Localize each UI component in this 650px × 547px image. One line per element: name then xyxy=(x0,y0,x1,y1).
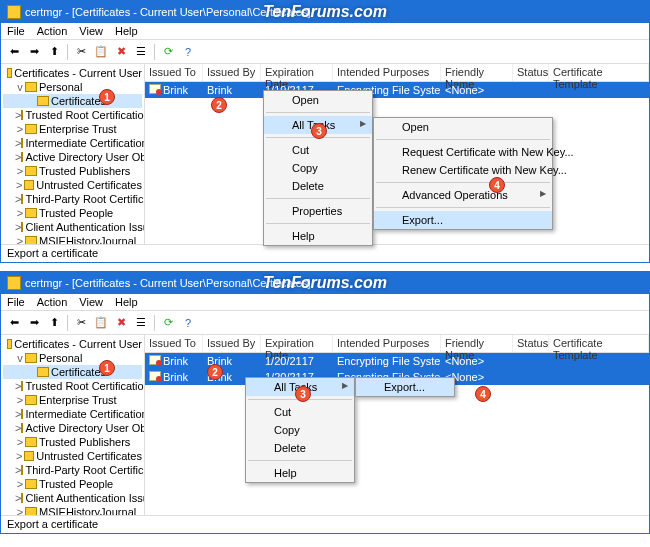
tree-pane[interactable]: Certificates - Current UservPersonalCert… xyxy=(1,64,145,244)
menu-item[interactable]: Help xyxy=(246,464,354,482)
column-header[interactable]: Intended Purposes xyxy=(333,64,441,81)
menu-item[interactable]: Cut xyxy=(246,403,354,421)
tree-item[interactable]: >Third-Party Root Certification Authorit… xyxy=(3,463,142,477)
cut-icon[interactable]: ✂ xyxy=(72,314,90,332)
menu-item[interactable]: Properties xyxy=(264,202,372,220)
folder-icon xyxy=(25,124,37,134)
tree-item[interactable]: vPersonal xyxy=(3,351,142,365)
folder-icon xyxy=(25,479,37,489)
tree-item[interactable]: Certificates xyxy=(3,365,142,379)
tree-item[interactable]: Certificates xyxy=(3,94,142,108)
tree-item[interactable]: >Active Directory User Object xyxy=(3,150,142,164)
menu-item[interactable]: Delete xyxy=(264,177,372,195)
menu-item[interactable]: Delete xyxy=(246,439,354,457)
list-header[interactable]: Issued ToIssued ByExpiration DateIntende… xyxy=(145,335,649,353)
cut-icon[interactable]: ✂ xyxy=(72,43,90,61)
menu-action[interactable]: Action xyxy=(37,296,68,308)
list-header[interactable]: Issued ToIssued ByExpiration DateIntende… xyxy=(145,64,649,82)
tree-item[interactable]: >Intermediate Certification Authorities xyxy=(3,136,142,150)
nav-fwd-icon[interactable]: ➡ xyxy=(25,43,43,61)
tree-item[interactable]: >MSIEHistoryJournal xyxy=(3,234,142,244)
menu-item[interactable]: Copy xyxy=(264,159,372,177)
tree-pane[interactable]: Certificates - Current UservPersonalCert… xyxy=(1,335,145,515)
menu-item[interactable]: Open xyxy=(374,118,552,136)
delete-icon[interactable]: ✖ xyxy=(112,314,130,332)
nav-back-icon[interactable]: ⬅ xyxy=(5,314,23,332)
menu-help[interactable]: Help xyxy=(115,296,138,308)
menu-separator xyxy=(266,112,370,113)
copy-icon[interactable]: 📋 xyxy=(92,314,110,332)
context-submenu[interactable]: OpenRequest Certificate with New Key...R… xyxy=(373,117,553,230)
menu-separator xyxy=(376,182,550,183)
nav-fwd-icon[interactable]: ➡ xyxy=(25,314,43,332)
column-header[interactable]: Status xyxy=(513,335,549,352)
tree-item[interactable]: Certificates - Current User xyxy=(3,337,142,351)
menu-item[interactable]: Open xyxy=(264,91,372,109)
column-header[interactable]: Issued To xyxy=(145,335,203,352)
tree-item[interactable]: >Trusted People xyxy=(3,206,142,220)
menu-item[interactable]: Renew Certificate with New Key... xyxy=(374,161,552,179)
nav-back-icon[interactable]: ⬅ xyxy=(5,43,23,61)
menu-item[interactable]: Export... xyxy=(356,378,454,396)
props-icon[interactable]: ☰ xyxy=(132,314,150,332)
tree-item[interactable]: Certificates - Current User xyxy=(3,66,142,80)
titlebar[interactable]: certmgr - [Certificates - Current User\P… xyxy=(1,272,649,294)
list-pane[interactable]: Issued ToIssued ByExpiration DateIntende… xyxy=(145,335,649,515)
titlebar[interactable]: certmgr - [Certificates - Current User\P… xyxy=(1,1,649,23)
tree-item[interactable]: >Client Authentication Issuers xyxy=(3,491,142,505)
tree-item[interactable]: >Third-Party Root Certification Authorit… xyxy=(3,192,142,206)
tree-item[interactable]: >Trusted Root Certification Authorities xyxy=(3,108,142,122)
column-header[interactable]: Issued To xyxy=(145,64,203,81)
context-submenu[interactable]: Export... xyxy=(355,377,455,397)
tree-item[interactable]: >Trusted Publishers xyxy=(3,435,142,449)
tree-item[interactable]: >Active Directory User Object xyxy=(3,421,142,435)
refresh-icon[interactable]: ⟳ xyxy=(159,43,177,61)
tree-item[interactable]: >MSIEHistoryJournal xyxy=(3,505,142,515)
tree-item[interactable]: >Trusted Root Certification Authorities xyxy=(3,379,142,393)
tree-label: Certificates xyxy=(51,366,106,378)
menu-file[interactable]: File xyxy=(7,296,25,308)
props-icon[interactable]: ☰ xyxy=(132,43,150,61)
tree-item[interactable]: >Trusted People xyxy=(3,477,142,491)
menu-item[interactable]: Help xyxy=(264,227,372,245)
column-header[interactable]: Certificate Template xyxy=(549,64,649,81)
menu-help[interactable]: Help xyxy=(115,25,138,37)
refresh-icon[interactable]: ⟳ xyxy=(159,314,177,332)
copy-icon[interactable]: 📋 xyxy=(92,43,110,61)
nav-up-icon[interactable]: ⬆ xyxy=(45,314,63,332)
tree-item[interactable]: vPersonal xyxy=(3,80,142,94)
tree-item[interactable]: >Client Authentication Issuers xyxy=(3,220,142,234)
menu-file[interactable]: File xyxy=(7,25,25,37)
nav-up-icon[interactable]: ⬆ xyxy=(45,43,63,61)
menu-item[interactable]: Cut xyxy=(264,141,372,159)
column-header[interactable]: Friendly Name xyxy=(441,335,513,352)
delete-icon[interactable]: ✖ xyxy=(112,43,130,61)
column-header[interactable]: Intended Purposes xyxy=(333,335,441,352)
menu-item[interactable]: Request Certificate with New Key... xyxy=(374,143,552,161)
tree-item[interactable]: >Enterprise Trust xyxy=(3,122,142,136)
menu-item[interactable]: Export... xyxy=(374,211,552,229)
menu-item[interactable]: Copy xyxy=(246,421,354,439)
menu-item[interactable]: Advanced Operations xyxy=(374,186,552,204)
column-header[interactable]: Expiration Date xyxy=(261,64,333,81)
folder-icon xyxy=(24,180,35,190)
help-icon[interactable]: ? xyxy=(179,43,197,61)
list-pane[interactable]: Issued ToIssued ByExpiration DateIntende… xyxy=(145,64,649,244)
context-menu[interactable]: OpenAll TasksCutCopyDeletePropertiesHelp xyxy=(263,90,373,246)
tree-item[interactable]: >Untrusted Certificates xyxy=(3,178,142,192)
tree-item[interactable]: >Trusted Publishers xyxy=(3,164,142,178)
column-header[interactable]: Expiration Date xyxy=(261,335,333,352)
menu-action[interactable]: Action xyxy=(37,25,68,37)
tree-label: Trusted Publishers xyxy=(39,165,130,177)
menu-view[interactable]: View xyxy=(79,296,103,308)
column-header[interactable]: Friendly Name xyxy=(441,64,513,81)
column-header[interactable]: Status xyxy=(513,64,549,81)
column-header[interactable]: Issued By xyxy=(203,64,261,81)
tree-item[interactable]: >Enterprise Trust xyxy=(3,393,142,407)
column-header[interactable]: Issued By xyxy=(203,335,261,352)
tree-item[interactable]: >Intermediate Certification Authorities xyxy=(3,407,142,421)
column-header[interactable]: Certificate Template xyxy=(549,335,649,352)
tree-item[interactable]: >Untrusted Certificates xyxy=(3,449,142,463)
help-icon[interactable]: ? xyxy=(179,314,197,332)
menu-view[interactable]: View xyxy=(79,25,103,37)
